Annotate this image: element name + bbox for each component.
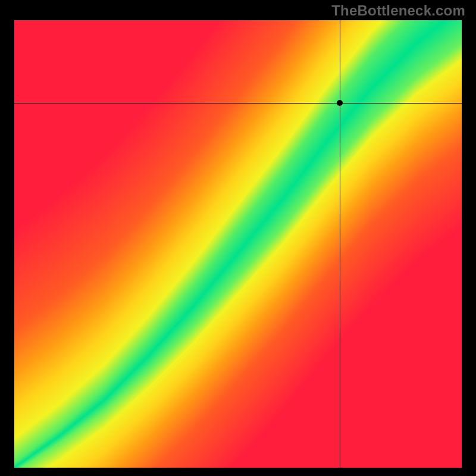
watermark-text: TheBottleneck.com (331, 2, 465, 19)
chart-frame: TheBottleneck.com (0, 0, 476, 476)
heatmap-canvas (14, 20, 462, 468)
